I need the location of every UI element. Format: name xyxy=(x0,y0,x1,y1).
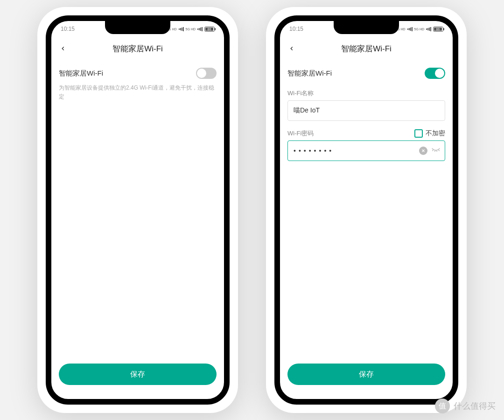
wifi-password-label: Wi-Fi密码 xyxy=(287,129,314,138)
no-encrypt-label: 不加密 xyxy=(426,129,445,138)
smart-wifi-toggle[interactable] xyxy=(425,68,445,79)
checkbox-icon xyxy=(414,129,423,138)
watermark-badge-icon: 值 xyxy=(435,399,450,413)
wifi-name-input[interactable] xyxy=(287,100,445,121)
wifi-password-group: Wi-Fi密码 不加密 xyxy=(287,129,445,161)
wifi-name-group: Wi-Fi名称 xyxy=(287,89,445,121)
nav-header: 智能家居Wi-Fi xyxy=(280,37,453,60)
battery-icon: 86 xyxy=(433,27,443,32)
signal-icon-2 xyxy=(426,27,431,31)
watermark: 值 什么值得买 xyxy=(435,399,496,413)
notch xyxy=(105,21,170,34)
battery-icon: 86 xyxy=(204,27,215,32)
signal-icon-2 xyxy=(197,27,203,31)
notch xyxy=(334,21,399,34)
wifi-name-label: Wi-Fi名称 xyxy=(287,89,314,98)
content-area: 智能家居Wi-Fi 为智能家居设备提供独立的2.4G Wi-Fi通道，避免干扰，… xyxy=(51,60,224,364)
content-area: 智能家居Wi-Fi Wi-Fi名称 Wi-Fi密码 不加密 xyxy=(280,60,453,364)
phone-right: 10:15 ⏰ ● 5G HD 5G HD 86 智能家居Wi-Fi 智能家居W… xyxy=(266,7,467,413)
svg-line-4 xyxy=(437,151,437,152)
clear-icon[interactable] xyxy=(419,147,427,155)
save-button[interactable]: 保存 xyxy=(287,364,445,385)
signal-icon-1 xyxy=(407,27,413,31)
network-label-2: 5G HD xyxy=(414,28,424,31)
smart-wifi-description: 为智能家居设备提供独立的2.4G Wi-Fi通道，避免干扰，连接稳定 xyxy=(59,84,217,101)
nav-header: 智能家居Wi-Fi xyxy=(51,37,224,60)
svg-line-2 xyxy=(433,150,434,151)
back-button[interactable] xyxy=(58,43,68,54)
back-button[interactable] xyxy=(287,43,297,54)
watermark-text: 什么值得买 xyxy=(454,400,496,412)
smart-wifi-toggle-label: 智能家居Wi-Fi xyxy=(287,69,332,78)
phone-left: 10:15 ⏰ ● 5G HD 5G HD 86 智能家居Wi-Fi 智能家居W… xyxy=(37,7,238,413)
page-title: 智能家居Wi-Fi xyxy=(112,43,163,54)
status-time: 10:15 xyxy=(289,26,303,32)
smart-wifi-toggle-label: 智能家居Wi-Fi xyxy=(59,69,103,78)
eye-closed-icon[interactable] xyxy=(431,147,441,155)
no-encrypt-checkbox[interactable]: 不加密 xyxy=(414,129,445,138)
smart-wifi-toggle[interactable] xyxy=(196,68,217,79)
svg-line-3 xyxy=(435,151,435,152)
status-time: 10:15 xyxy=(61,26,75,32)
signal-icon-1 xyxy=(179,27,184,31)
save-button[interactable]: 保存 xyxy=(59,364,217,385)
page-title: 智能家居Wi-Fi xyxy=(341,43,392,54)
svg-line-5 xyxy=(439,150,440,151)
network-label-2: 5G HD xyxy=(186,28,196,31)
